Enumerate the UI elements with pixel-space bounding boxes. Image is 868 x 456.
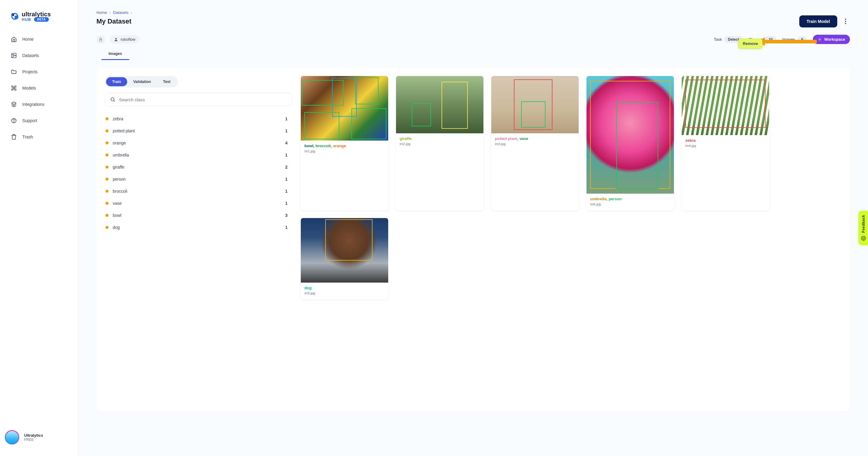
svg-point-5 xyxy=(13,121,14,122)
class-count: 1 xyxy=(285,177,290,181)
remove-tooltip[interactable]: Remove xyxy=(738,38,763,49)
svg-point-11 xyxy=(819,39,820,40)
class-name: broccoli xyxy=(113,189,127,194)
thumbnail-image xyxy=(301,218,388,283)
sidebar-item-integrations[interactable]: Integrations xyxy=(6,97,72,112)
image-card[interactable]: potted plant, vaseim3.jpg xyxy=(491,76,579,210)
breadcrumb-home[interactable]: Home xyxy=(96,10,107,15)
card-body: giraffeim2.jpg xyxy=(396,133,484,150)
footer-plan: FREE xyxy=(24,437,43,442)
label-chip: orange xyxy=(333,144,346,148)
split-tabs: Train Validation Test xyxy=(105,76,178,87)
image-thumb[interactable] xyxy=(396,76,484,133)
sidebar-item-label: Trash xyxy=(22,135,33,139)
kebab-icon xyxy=(845,19,846,24)
svg-point-3 xyxy=(13,54,13,55)
owner-chip[interactable]: roboflow xyxy=(110,35,140,44)
sidebar-footer[interactable]: Ultralytics FREE xyxy=(0,430,78,450)
images-value: 6 xyxy=(798,36,807,43)
class-row[interactable]: dog 1 xyxy=(105,221,292,233)
class-count: 2 xyxy=(285,165,290,170)
class-name: potted plant xyxy=(113,129,135,133)
split-tab-validation[interactable]: Validation xyxy=(127,77,157,86)
image-thumb[interactable] xyxy=(301,76,388,141)
class-row[interactable]: umbrella 1 xyxy=(105,149,292,161)
sidebar: ultralytics HUB BETA Home Datasets Proje… xyxy=(0,0,79,456)
thumbnail-image xyxy=(491,76,579,133)
image-card[interactable]: umbrella, personim6.jpg xyxy=(587,76,674,210)
thumbnail-image xyxy=(301,76,388,141)
sidebar-item-datasets[interactable]: Datasets xyxy=(6,48,72,63)
class-count: 1 xyxy=(285,129,290,133)
class-dot-icon xyxy=(105,202,108,205)
sidebar-item-projects[interactable]: Projects xyxy=(6,64,72,79)
svg-point-6 xyxy=(845,19,846,20)
image-card[interactable]: giraffeim2.jpg xyxy=(396,76,484,210)
class-dot-icon xyxy=(105,117,108,120)
sidebar-item-support[interactable]: Support xyxy=(6,113,72,128)
class-name: person xyxy=(113,177,126,181)
image-thumb[interactable] xyxy=(587,76,674,194)
dataset-tabs: Images xyxy=(96,50,850,60)
svg-point-16 xyxy=(863,238,863,238)
label-chip: giraffe xyxy=(400,136,412,141)
class-search[interactable] xyxy=(105,93,292,106)
sidebar-item-label: Projects xyxy=(22,69,38,74)
image-card[interactable]: dogim5.jpg xyxy=(301,218,388,299)
image-thumb[interactable] xyxy=(301,218,388,283)
thumbnail-image xyxy=(682,76,769,135)
card-labels: umbrella, person xyxy=(590,197,670,201)
sidebar-item-trash[interactable]: Trash xyxy=(6,130,72,144)
feedback-tab[interactable]: Feedback xyxy=(858,210,868,245)
class-dot-icon xyxy=(105,178,108,181)
topbar: Home › Datasets › My Dataset Train Model xyxy=(79,0,868,60)
svg-rect-9 xyxy=(99,39,102,41)
class-list: zebra 1 potted plant 1 orange 4 umbrella… xyxy=(105,113,292,233)
class-dot-icon xyxy=(105,166,108,169)
class-dot-icon xyxy=(105,214,108,217)
image-thumb[interactable] xyxy=(491,76,579,133)
footer-org-name: Ultralytics xyxy=(24,433,43,437)
split-tab-train[interactable]: Train xyxy=(106,77,127,86)
image-filename: im2.jpg xyxy=(400,142,480,146)
class-row[interactable]: person 1 xyxy=(105,173,292,185)
train-model-button[interactable]: Train Model xyxy=(799,16,837,27)
workspace-button[interactable]: Workspace xyxy=(813,35,850,44)
class-row[interactable]: orange 4 xyxy=(105,137,292,149)
split-tab-test[interactable]: Test xyxy=(157,77,177,86)
class-dot-icon xyxy=(105,141,108,144)
image-card[interactable]: zebraim4.jpg xyxy=(682,76,769,210)
class-row[interactable]: potted plant 1 xyxy=(105,125,292,137)
label-chip: vase xyxy=(520,136,528,141)
class-row[interactable]: bowl 3 xyxy=(105,209,292,221)
image-thumb[interactable] xyxy=(682,76,769,135)
breadcrumb-datasets[interactable]: Datasets xyxy=(113,10,128,15)
image-grid: bowl, broccoli, orangeim1.jpggiraffeim2.… xyxy=(301,76,841,403)
class-row[interactable]: broccoli 1 xyxy=(105,185,292,197)
tab-images[interactable]: Images xyxy=(107,50,123,60)
command-icon xyxy=(11,85,17,91)
feedback-label: Feedback xyxy=(861,215,866,232)
sidebar-nav: Home Datasets Projects Models Integratio… xyxy=(0,32,78,144)
ultralytics-mark-icon xyxy=(11,12,19,20)
class-dot-icon xyxy=(105,153,108,156)
image-icon xyxy=(11,53,17,58)
sidebar-item-models[interactable]: Models xyxy=(6,81,72,95)
card-labels: potted plant, vase xyxy=(495,136,575,141)
class-row[interactable]: zebra 1 xyxy=(105,113,292,125)
sidebar-item-home[interactable]: Home xyxy=(6,32,72,47)
search-icon xyxy=(110,97,116,102)
class-row[interactable]: vase 1 xyxy=(105,197,292,209)
class-count: 1 xyxy=(285,116,290,121)
image-card[interactable]: bowl, broccoli, orangeim1.jpg xyxy=(301,76,388,210)
search-input[interactable] xyxy=(119,97,287,102)
beta-badge: BETA xyxy=(34,17,49,22)
card-labels: zebra xyxy=(685,138,766,143)
more-actions-button[interactable] xyxy=(841,17,850,26)
brand-hub: HUB xyxy=(22,17,31,22)
image-filename: im4.jpg xyxy=(685,144,766,147)
svg-point-17 xyxy=(864,238,865,238)
label-chip: bowl xyxy=(304,144,313,148)
svg-point-10 xyxy=(116,38,117,39)
class-row[interactable]: giraffe 2 xyxy=(105,161,292,173)
